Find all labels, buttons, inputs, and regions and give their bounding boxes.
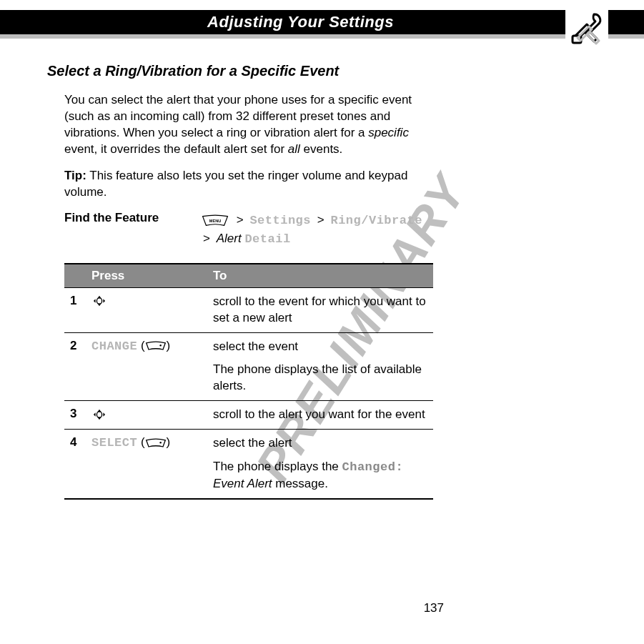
tip-text: This feature also lets you set the ringe… [64,169,407,199]
path-detail: Detail [244,232,290,246]
intro-all: all [288,142,300,156]
find-path: MENU > Settings > Ring/Vibrate > Alert D… [200,211,433,249]
step-num: 4 [64,430,89,498]
steps-header-row: Press To [64,264,433,287]
path-ringvibrate: Ring/Vibrate [330,214,422,227]
svg-point-3 [159,345,162,347]
page-header-title: Adjusting Your Settings [207,13,394,31]
table-row: 3 scroll to the alert you want for the e… [64,400,433,429]
gt-2: > [317,213,325,227]
nav-4way-icon [91,407,107,420]
intro-text-c: events. [300,142,343,156]
tools-icon [565,7,608,50]
step-num: 2 [64,333,89,401]
step-to-text: select the alert [213,436,292,450]
sub-changed: Changed: [342,460,404,474]
menu-key-icon: MENU [202,211,229,229]
header-to: To [210,264,433,287]
tip-label: Tip: [64,169,86,182]
step-press [89,401,210,429]
page-header: Adjusting Your Settings [0,10,644,34]
find-label: Find the Feature [64,211,200,249]
table-row: 2 CHANGE () select the event The phone d… [64,332,433,401]
path-settings: Settings [249,214,311,227]
step-to: scroll to the alert you want for the eve… [210,401,433,429]
table-row: 4 SELECT () select the alert The phone d… [64,429,433,498]
section-title: Select a Ring/Vibration for a Specific E… [47,63,433,79]
intro-text-b: event, it overrides the default alert se… [64,142,288,156]
path-alert: Alert [217,232,242,245]
softkey-label: CHANGE [91,340,137,353]
step-to: scroll to the event for which you want t… [210,288,433,332]
intro-text-a: You can select the alert that your phone… [64,93,412,139]
step-sub: The phone displays the list of available… [213,362,430,395]
svg-point-5 [159,442,162,444]
header-underline [0,34,644,39]
step-press: CHANGE () [89,333,210,401]
page-number: 137 [424,601,444,615]
svg-point-4 [96,411,101,417]
gt-3: > [203,232,210,245]
step-to-text: select the event [213,340,298,353]
softkey-label: SELECT [91,436,137,450]
step-num: 3 [64,401,89,429]
header-press: Press [89,264,210,287]
nav-4way-icon [91,294,107,307]
intro-paragraph: You can select the alert that your phone… [64,92,433,158]
step-press: SELECT () [89,430,210,498]
svg-point-2 [96,298,101,304]
step-sub: The phone displays the Changed: Event Al… [213,459,430,492]
table-row: 1 scroll to the event for which you want… [64,287,433,332]
header-blank [64,264,89,287]
step-num: 1 [64,288,89,332]
right-softkey-icon [145,339,167,352]
intro-specific: specific [368,126,409,139]
content-area: Select a Ring/Vibration for a Specific E… [47,63,433,500]
step-to: select the alert The phone displays the … [210,430,433,498]
sub-a: The phone displays the [213,460,342,473]
steps-table: Press To 1 scroll to the event for which… [64,263,433,500]
svg-text:MENU: MENU [209,218,221,222]
sub-b: message. [272,477,328,490]
tip-paragraph: Tip: This feature also lets you set the … [64,168,433,201]
sub-event-alert: Event Alert [213,477,272,490]
step-to: select the event The phone displays the … [210,333,433,401]
step-press [89,288,210,332]
gt-1: > [237,213,244,227]
right-softkey-icon [145,435,167,449]
find-the-feature: Find the Feature MENU > Settings > Ring/… [64,211,433,249]
